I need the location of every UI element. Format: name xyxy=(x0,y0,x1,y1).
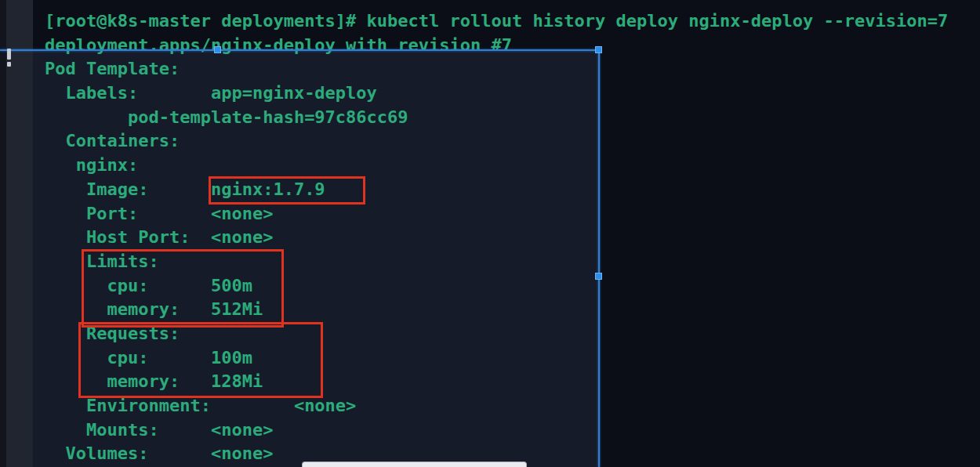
terminal-line-pod-template-hash: pod-template-hash=97c86cc69 xyxy=(45,106,948,130)
annotation-box-image-version xyxy=(209,176,365,205)
annotation-box-requests xyxy=(78,322,323,398)
window-left-edge xyxy=(0,0,6,467)
selection-handle-top-right[interactable] xyxy=(595,46,602,53)
terminal-line-image: Image: nginx:1.7.9 xyxy=(45,178,948,202)
bottom-popup-toolbar[interactable] xyxy=(302,462,527,467)
ibeam-cursor-dot xyxy=(7,62,11,67)
terminal-line-nginx: nginx: xyxy=(45,154,948,178)
terminal-screen: [root@k8s-master deployments]# kubectl r… xyxy=(0,0,980,467)
terminal-line-pod-template: Pod Template: xyxy=(45,57,948,81)
left-gutter-strip xyxy=(6,0,33,467)
ibeam-cursor-bar xyxy=(7,49,11,60)
terminal-line-mounts: Mounts: <none> xyxy=(45,418,948,443)
selection-rect-right-edge[interactable] xyxy=(598,49,600,467)
terminal-line-port: Port: <none> xyxy=(45,202,948,226)
terminal-line-containers: Containers: xyxy=(45,129,948,154)
terminal-line-command: [root@k8s-master deployments]# kubectl r… xyxy=(45,9,948,34)
terminal-line-host-port: Host Port: <none> xyxy=(45,226,948,250)
selection-handle-top-middle[interactable] xyxy=(214,46,221,53)
ibeam-cursor-icon xyxy=(7,49,12,67)
terminal-line-revision-header: deployment.apps/nginx-deploy with revisi… xyxy=(45,34,948,58)
terminal-line-labels: Labels: app=nginx-deploy xyxy=(45,81,948,106)
selection-handle-right-middle[interactable] xyxy=(595,273,602,280)
annotation-box-limits xyxy=(82,249,284,328)
selection-rect-top-edge[interactable] xyxy=(0,49,601,51)
